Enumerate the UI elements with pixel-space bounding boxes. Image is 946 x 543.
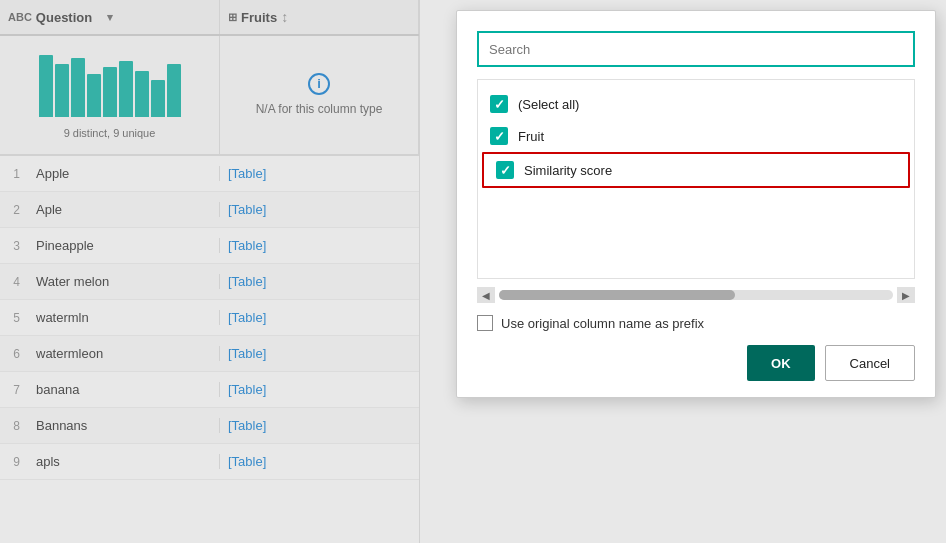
scroll-left-arrow[interactable]: ◀ (477, 287, 495, 303)
checkbox-check-select_all: ✓ (494, 98, 505, 111)
scrollbar-area: ◀ ▶ (477, 287, 915, 303)
cancel-button[interactable]: Cancel (825, 345, 915, 381)
dialog-overlay: ✓ (Select all) ✓ Fruit ✓ Similarity scor… (0, 0, 946, 543)
expand-column-dialog: ✓ (Select all) ✓ Fruit ✓ Similarity scor… (456, 10, 936, 398)
main-container: ABC Question ▾ ⊞ Fruits ↕ (0, 0, 946, 543)
ok-button[interactable]: OK (747, 345, 815, 381)
search-input[interactable] (477, 31, 915, 67)
checkbox-similarity[interactable]: ✓ (496, 161, 514, 179)
checklist: ✓ (Select all) ✓ Fruit ✓ Similarity scor… (477, 79, 915, 279)
checkbox-select_all[interactable]: ✓ (490, 95, 508, 113)
scroll-track[interactable] (499, 290, 893, 300)
checklist-item-similarity[interactable]: ✓ Similarity score (482, 152, 910, 188)
checklist-item-select_all[interactable]: ✓ (Select all) (478, 88, 914, 120)
checkbox-check-similarity: ✓ (500, 164, 511, 177)
checkbox-check-fruit: ✓ (494, 130, 505, 143)
prefix-row[interactable]: Use original column name as prefix (477, 315, 915, 331)
check-label-fruit: Fruit (518, 129, 544, 144)
prefix-checkbox[interactable] (477, 315, 493, 331)
btn-row: OK Cancel (477, 345, 915, 381)
checklist-item-fruit[interactable]: ✓ Fruit (478, 120, 914, 152)
checkbox-fruit[interactable]: ✓ (490, 127, 508, 145)
check-label-select_all: (Select all) (518, 97, 579, 112)
check-label-similarity: Similarity score (524, 163, 612, 178)
scroll-right-arrow[interactable]: ▶ (897, 287, 915, 303)
prefix-label: Use original column name as prefix (501, 316, 704, 331)
scroll-thumb (499, 290, 735, 300)
